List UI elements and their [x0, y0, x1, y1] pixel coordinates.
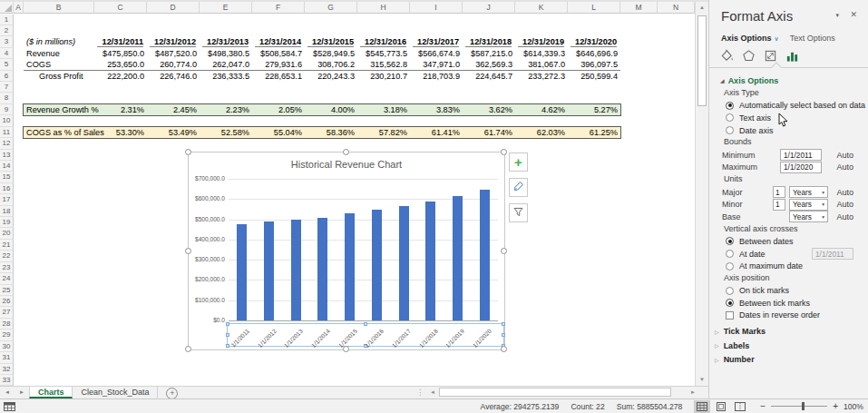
- section-labels[interactable]: ▷Labels: [715, 339, 868, 353]
- column-header-l[interactable]: L: [568, 2, 620, 14]
- revenue-bar[interactable]: [237, 224, 247, 320]
- row-header-12[interactable]: 12: [0, 138, 14, 149]
- minor-value-input[interactable]: [773, 199, 785, 211]
- row-header-23[interactable]: 23: [0, 262, 14, 273]
- horizontal-scrollbar[interactable]: ◄ ►: [426, 388, 699, 398]
- cell-value[interactable]: 236,333.5: [200, 71, 252, 82]
- row-header-25[interactable]: 25: [0, 285, 14, 296]
- cell-value[interactable]: $508,584.7: [252, 48, 305, 59]
- h-scroll-left-icon[interactable]: ◄: [427, 388, 438, 398]
- revenue-bar[interactable]: [399, 206, 409, 320]
- cell-date-header[interactable]: 12/31/2019: [518, 37, 564, 46]
- revenue-bar[interactable]: [425, 202, 435, 320]
- row-header-24[interactable]: 24: [0, 273, 14, 284]
- v-scroll-thumb[interactable]: [697, 15, 707, 106]
- cell-band-value[interactable]: 62.03%: [515, 127, 568, 138]
- row-header-10[interactable]: 10: [0, 115, 14, 126]
- cell-value[interactable]: $475,850.0: [94, 48, 147, 59]
- base-unit-select[interactable]: Years▾: [789, 211, 828, 222]
- major-unit-select[interactable]: Years▾: [789, 186, 828, 198]
- select-all-corner[interactable]: [0, 2, 14, 14]
- cell-date-header[interactable]: 12/31/2015: [307, 37, 354, 46]
- cell-row-label[interactable]: Gross Profit: [24, 71, 94, 82]
- radio-at-maximum-date[interactable]: [726, 262, 734, 270]
- row-header-29[interactable]: 29: [0, 329, 14, 340]
- column-header-j[interactable]: J: [463, 2, 515, 14]
- cell-value[interactable]: 233,272.3: [515, 71, 568, 82]
- zoom-in-button[interactable]: +: [833, 402, 838, 411]
- zoom-slider[interactable]: [771, 406, 827, 407]
- column-header-a[interactable]: A: [14, 2, 24, 14]
- section-tick-marks[interactable]: ▷Tick Marks: [715, 324, 868, 339]
- revenue-bar[interactable]: [317, 218, 327, 320]
- row-header-21[interactable]: 21: [0, 240, 14, 251]
- zoom-slider-thumb[interactable]: [802, 402, 805, 410]
- tab-text-options[interactable]: Text Options: [790, 34, 835, 43]
- row-header-8[interactable]: 8: [0, 93, 14, 103]
- row-header-11[interactable]: 11: [0, 127, 14, 138]
- radio-between-dates[interactable]: [726, 237, 734, 245]
- column-header-d[interactable]: D: [147, 2, 200, 14]
- cell-value[interactable]: $587,215.0: [463, 48, 515, 59]
- revenue-bar[interactable]: [345, 213, 355, 320]
- chart-title[interactable]: Historical Revenue Chart: [189, 159, 504, 170]
- column-header-h[interactable]: H: [357, 2, 410, 14]
- chart-resize-handle[interactable]: [185, 149, 191, 155]
- cell-band-value[interactable]: 2.23%: [200, 104, 252, 115]
- cell-date-header[interactable]: 12/31/2012: [150, 37, 196, 46]
- column-header-i[interactable]: I: [410, 2, 463, 14]
- pane-options-icon[interactable]: ▾: [835, 12, 839, 19]
- cell-value[interactable]: 218,703.9: [410, 71, 463, 82]
- row-header-4[interactable]: 4: [0, 48, 14, 59]
- axis-selection-handle[interactable]: [226, 322, 229, 326]
- row-header-28[interactable]: 28: [0, 319, 14, 329]
- h-scroll-right-icon[interactable]: ►: [688, 388, 698, 398]
- cell-date-header[interactable]: 12/31/2016: [360, 37, 406, 46]
- revenue-bar[interactable]: [480, 190, 490, 320]
- scroll-down-icon[interactable]: ▼: [696, 374, 708, 386]
- cell-value[interactable]: 228,653.1: [252, 71, 305, 82]
- row-header-15[interactable]: 15: [0, 172, 14, 182]
- cell-value[interactable]: $498,380.5: [200, 48, 252, 59]
- maximum-input[interactable]: [780, 162, 822, 173]
- cell-value[interactable]: $545,773.5: [357, 48, 410, 59]
- section-axis-options[interactable]: ◢Axis Options: [720, 74, 868, 87]
- cell-value[interactable]: 226,746.0: [147, 71, 200, 82]
- cell-row-label[interactable]: Revenue: [24, 48, 94, 59]
- h-scroll-thumb[interactable]: [439, 388, 671, 397]
- row-header-20[interactable]: 20: [0, 228, 14, 239]
- axis-selection-handle[interactable]: [502, 333, 505, 337]
- cell-band-value[interactable]: 5.27%: [568, 104, 620, 115]
- zoom-level[interactable]: 100%: [844, 402, 863, 411]
- cell-value[interactable]: 230,210.7: [357, 71, 410, 82]
- axis-selection-handle[interactable]: [364, 322, 367, 326]
- row-header-13[interactable]: 13: [0, 150, 14, 161]
- revenue-chart[interactable]: Historical Revenue Chart$0.0$100,000.0$2…: [188, 152, 505, 350]
- cell-value[interactable]: $528,949.5: [305, 48, 357, 59]
- cell-band-value[interactable]: 55.04%: [252, 127, 305, 138]
- cell-subtitle[interactable]: ($ in millions): [24, 36, 94, 47]
- row-header-3[interactable]: 3: [0, 36, 14, 47]
- revenue-bar[interactable]: [453, 196, 463, 320]
- chart-resize-handle[interactable]: [501, 149, 507, 155]
- row-header-31[interactable]: 31: [0, 352, 14, 363]
- tab-axis-options[interactable]: Axis Options∨: [721, 34, 779, 43]
- chart-resize-handle[interactable]: [343, 346, 349, 352]
- row-header-2[interactable]: 2: [0, 25, 14, 36]
- sheet-tab-charts[interactable]: Charts: [29, 387, 73, 398]
- axis-selection-handle[interactable]: [502, 322, 505, 326]
- cell-value[interactable]: $614,339.3: [515, 48, 568, 59]
- cell-date-header[interactable]: 12/31/2013: [202, 37, 249, 46]
- column-header-e[interactable]: E: [200, 2, 252, 14]
- pane-close-icon[interactable]: ✕: [850, 10, 857, 19]
- radio-on-tick-marks[interactable]: [726, 287, 734, 295]
- revenue-bar[interactable]: [264, 221, 274, 320]
- row-header-9[interactable]: 9: [0, 104, 14, 115]
- page-layout-view-button[interactable]: [713, 400, 729, 413]
- column-header-n[interactable]: N: [658, 2, 695, 14]
- cell-band-value[interactable]: 3.83%: [410, 104, 463, 115]
- row-header-1[interactable]: 1: [0, 15, 14, 25]
- cell-value[interactable]: $487,520.0: [147, 48, 200, 59]
- zoom-out-button[interactable]: −: [760, 402, 766, 411]
- minimum-input[interactable]: [780, 149, 822, 161]
